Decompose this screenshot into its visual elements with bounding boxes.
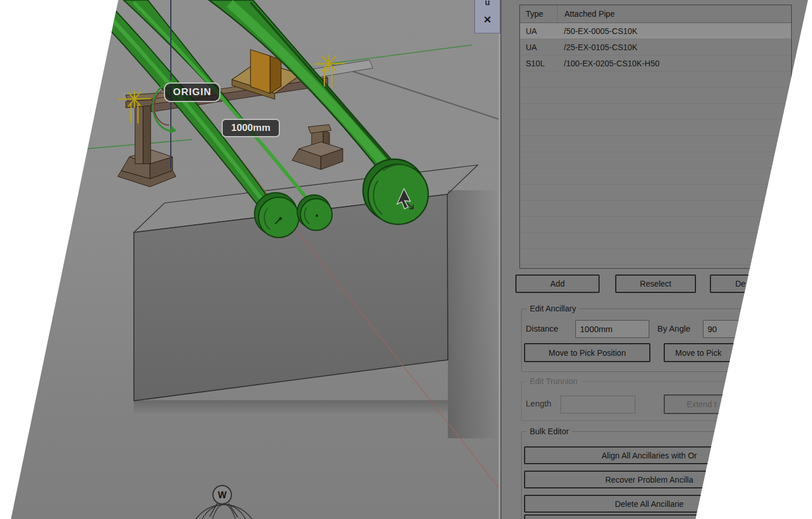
bulk-editor-title: Bulk Editor [527, 427, 572, 436]
bulk-editor-button-partial[interactable] [524, 514, 774, 519]
table-row-empty[interactable] [520, 136, 791, 152]
table-row[interactable]: UA/50-EX-0005-CS10K [520, 23, 791, 39]
table-header: Type Attached Pipe [520, 5, 791, 23]
screenshot-stage: W ORIGIN 1000mm u ✕ Type Attached Pipe U… [0, 0, 812, 519]
edit-ancillary-title: Edit Ancillary [527, 304, 579, 313]
column-header-type[interactable]: Type [520, 9, 557, 18]
cell-attached-pipe: /50-EX-0005-CS10K [557, 27, 791, 36]
bulk-editor-button[interactable]: Align All Ancillaries with Or [524, 446, 774, 464]
docked-panel-tab-title: u [475, 0, 500, 7]
axis-green-line-right [330, 45, 472, 63]
compass-gizmo[interactable]: W [190, 486, 258, 519]
cell-type: S10L [520, 59, 557, 68]
bulk-editor-button[interactable]: Recover Problem Ancilla [524, 471, 774, 488]
parallelogram-clip: W ORIGIN 1000mm u ✕ Type Attached Pipe U… [0, 0, 812, 519]
table-row-empty[interactable] [520, 249, 791, 265]
edit-trunnion-title: Edit Trunnion [527, 377, 581, 386]
cell-attached-pipe: /100-EX-0205-CS10K-H50 [557, 59, 791, 68]
table-row-empty[interactable] [520, 201, 791, 217]
origin-label: ORIGIN [164, 82, 220, 102]
reselect-button[interactable]: Reselect [615, 274, 696, 293]
close-icon[interactable]: ✕ [475, 14, 500, 26]
attached-pipe-table[interactable]: Type Attached Pipe UA/50-EX-0005-CS10KUA… [519, 5, 792, 269]
cell-attached-pipe: /25-EX-0105-CS10K [557, 43, 791, 52]
table-body: UA/50-EX-0005-CS10KUA/25-EX-0105-CS10KS1… [520, 23, 791, 269]
add-button[interactable]: Add [515, 274, 600, 293]
table-row-empty[interactable] [520, 120, 791, 136]
edit-ancillary-group: Edit Ancillary [521, 309, 792, 372]
length-input [560, 396, 635, 413]
table-row-empty[interactable] [520, 72, 791, 88]
right-pipe-support[interactable] [292, 125, 343, 170]
column-header-attached-pipe[interactable]: Attached Pipe [557, 5, 791, 22]
3d-scene: W [0, 0, 500, 519]
distance-label: Distance [526, 324, 558, 333]
distance-input[interactable] [575, 320, 649, 338]
length-label: Length [526, 399, 551, 408]
3d-viewport[interactable]: W ORIGIN 1000mm [0, 0, 500, 519]
extend-trunnion-button: Extend t [664, 394, 790, 414]
compass-west-letter: W [218, 490, 227, 500]
table-row[interactable]: S10L/100-EX-0205-CS10K-H50 [520, 55, 791, 72]
table-row-empty[interactable] [520, 88, 791, 104]
table-row[interactable]: UA/25-EX-0105-CS10K [520, 39, 791, 55]
cell-type: UA [520, 27, 557, 36]
delete-button[interactable]: De [710, 274, 792, 293]
move-to-pick-position-button[interactable]: Move to Pick Position [524, 343, 650, 362]
table-row-empty[interactable] [520, 233, 791, 249]
table-row-empty[interactable] [520, 104, 791, 120]
move-to-pick-button[interactable]: Move to Pick [664, 343, 790, 362]
by-angle-input[interactable] [703, 320, 750, 338]
cell-type: UA [520, 43, 557, 52]
table-row-empty[interactable] [520, 185, 791, 201]
table-row-empty[interactable] [520, 168, 791, 185]
distance-readout-label: 1000mm [222, 119, 280, 137]
bulk-editor-button[interactable]: Delete All Ancillarie [524, 495, 774, 513]
table-row-empty[interactable] [520, 265, 791, 269]
table-row-empty[interactable] [520, 152, 791, 168]
table-row-empty[interactable] [520, 217, 791, 233]
by-angle-label: By Angle [657, 324, 690, 333]
cad-application: W ORIGIN 1000mm u ✕ Type Attached Pipe U… [0, 0, 812, 519]
guide-line-gray [332, 65, 500, 121]
docked-panel-tab[interactable]: u ✕ [474, 0, 500, 33]
